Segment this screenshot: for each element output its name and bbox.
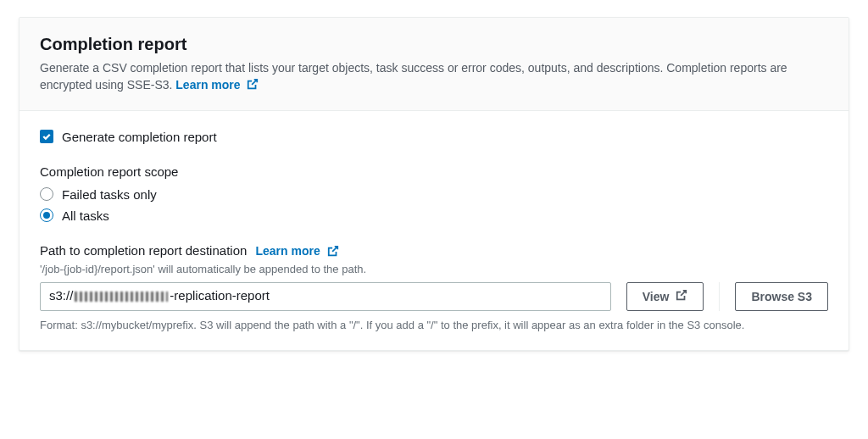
learn-more-text: Learn more <box>175 78 240 92</box>
panel-description-text: Generate a CSV completion report that li… <box>40 61 787 92</box>
learn-more-link[interactable]: Learn more <box>175 78 259 92</box>
redacted-segment <box>75 292 168 302</box>
radio-label: Failed tasks only <box>62 187 157 202</box>
scope-group: Completion report scope Failed tasks onl… <box>40 164 828 223</box>
format-hint: Format: s3://mybucket/myprefix. S3 will … <box>40 318 828 334</box>
vertical-divider <box>719 282 720 311</box>
generate-report-label: Generate completion report <box>62 130 217 144</box>
generate-report-checkbox[interactable] <box>40 130 53 143</box>
panel-header: Completion report Generate a CSV complet… <box>19 18 849 111</box>
radio-selected[interactable] <box>40 208 53 222</box>
generate-report-checkbox-row[interactable]: Generate completion report <box>40 130 828 144</box>
scope-label: Completion report scope <box>40 164 828 179</box>
browse-s3-button-label: Browse S3 <box>751 290 812 303</box>
panel-description: Generate a CSV completion report that li… <box>40 59 828 95</box>
panel-body: Generate completion report Completion re… <box>19 111 849 351</box>
path-label-row: Path to completion report destination Le… <box>40 243 828 259</box>
path-hint: '/job-{job-id}/report.json' will automat… <box>40 263 828 275</box>
completion-report-panel: Completion report Generate a CSV complet… <box>19 17 849 351</box>
path-input[interactable]: s3://-replication-report <box>40 282 611 311</box>
path-section: Path to completion report destination Le… <box>40 243 828 334</box>
external-link-icon <box>247 77 259 94</box>
path-learn-more-text: Learn more <box>256 244 320 258</box>
path-input-row: s3://-replication-report View Browse S3 <box>40 282 828 311</box>
path-label: Path to completion report destination <box>40 243 247 258</box>
radio-unselected[interactable] <box>40 187 53 201</box>
view-button-label: View <box>643 290 670 303</box>
radio-label: All tasks <box>62 208 109 223</box>
panel-title: Completion report <box>40 35 828 54</box>
path-value-suffix: -replication-report <box>170 288 270 303</box>
scope-option-all-tasks[interactable]: All tasks <box>40 208 828 223</box>
path-learn-more-link[interactable]: Learn more <box>256 244 339 258</box>
path-value-prefix: s3:// <box>49 288 73 303</box>
external-link-icon <box>327 245 339 259</box>
view-button[interactable]: View <box>626 282 704 311</box>
external-link-icon <box>676 289 687 303</box>
browse-s3-button[interactable]: Browse S3 <box>735 282 828 311</box>
scope-option-failed-only[interactable]: Failed tasks only <box>40 187 828 202</box>
